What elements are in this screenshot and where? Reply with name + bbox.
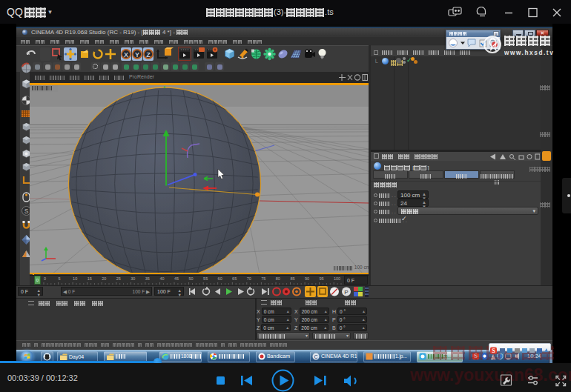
svg-text:S: S [492, 348, 495, 354]
svg-text:P: P [344, 289, 348, 296]
svg-text:X: X [124, 50, 128, 58]
svg-text:Z: Z [146, 50, 151, 58]
svg-text:S: S [24, 207, 29, 215]
svg-text:www.hxsd.tv: www.hxsd.tv [504, 50, 554, 56]
svg-text:Y: Y [135, 50, 139, 58]
svg-text:C: C [314, 354, 317, 359]
